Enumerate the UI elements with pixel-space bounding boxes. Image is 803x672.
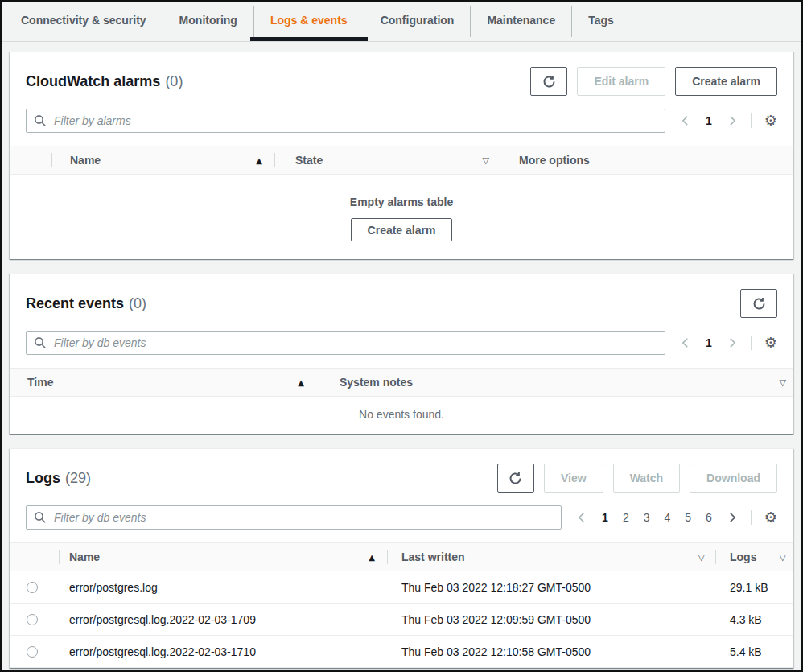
events-pagination: 1 ⚙ xyxy=(680,336,777,350)
refresh-icon xyxy=(752,297,766,311)
sort-ascending-icon[interactable]: ▲ xyxy=(298,378,304,387)
alarms-state-column-header[interactable]: State ▽ xyxy=(275,146,500,174)
row-radio-button[interactable] xyxy=(27,582,38,593)
alarms-actions: Edit alarm Create alarm xyxy=(530,67,777,96)
tab-connectivity-security[interactable]: Connectivity & security xyxy=(5,2,163,39)
log-row: error/postgres.log Thu Feb 03 2022 12:18… xyxy=(10,571,793,604)
filter-dropdown-icon[interactable]: ▽ xyxy=(698,552,705,563)
edit-alarm-button[interactable]: Edit alarm xyxy=(577,67,665,96)
page-number-4[interactable]: 4 xyxy=(664,511,670,524)
events-filter-input[interactable] xyxy=(26,331,665,355)
logs-section: Logs(29) View Watch Download xyxy=(10,448,793,668)
row-radio-button[interactable] xyxy=(27,614,38,625)
tab-label: Configuration xyxy=(381,14,455,27)
alarms-filter-input[interactable] xyxy=(26,109,665,133)
alarms-settings: ⚙ xyxy=(751,113,777,128)
alarms-empty-state: Empty alarms table Create alarm xyxy=(10,175,793,259)
events-actions xyxy=(740,289,777,318)
logs-header: Logs(29) View Watch Download xyxy=(10,449,793,501)
filter-dropdown-icon[interactable]: ▽ xyxy=(780,552,786,563)
tab-maintenance[interactable]: Maintenance xyxy=(471,2,571,39)
alarms-table-header: Name ▲ State ▽ More options xyxy=(10,146,793,175)
tab-label: Maintenance xyxy=(487,14,555,27)
alarms-filter xyxy=(26,109,665,133)
main-content: CloudWatch alarms(0) Edit alarm Create a… xyxy=(2,42,801,668)
events-title: Recent events xyxy=(26,295,124,311)
logs-select-column-header xyxy=(10,543,60,571)
next-page-icon[interactable] xyxy=(727,512,738,523)
refresh-icon xyxy=(542,75,556,89)
tab-monitoring[interactable]: Monitoring xyxy=(163,2,253,39)
column-label: Time xyxy=(27,376,53,389)
page-number-1[interactable]: 1 xyxy=(602,511,608,524)
rds-details-panel: Connectivity & security Monitoring Logs … xyxy=(0,0,803,672)
filter-dropdown-icon[interactable]: ▽ xyxy=(780,377,786,388)
log-size-cell: 29.1 kB xyxy=(716,581,793,594)
page-number-2[interactable]: 2 xyxy=(623,511,629,524)
alarms-refresh-button[interactable] xyxy=(530,67,567,96)
row-radio-button[interactable] xyxy=(27,646,38,658)
logs-filter-input[interactable] xyxy=(26,505,562,530)
alarms-empty-title: Empty alarms table xyxy=(10,196,793,208)
events-refresh-button[interactable] xyxy=(740,289,777,318)
alarms-count: (0) xyxy=(165,73,183,89)
download-log-button[interactable]: Download xyxy=(690,464,777,493)
log-name-cell: error/postgres.log xyxy=(60,581,388,594)
previous-page-icon[interactable] xyxy=(680,337,691,348)
tab-tags[interactable]: Tags xyxy=(572,2,630,39)
column-label: Name xyxy=(69,550,100,563)
log-last-written-cell: Thu Feb 03 2022 12:09:59 GMT-0500 xyxy=(388,613,716,626)
logs-count: (29) xyxy=(65,470,91,486)
next-page-icon[interactable] xyxy=(727,115,738,126)
gear-icon[interactable]: ⚙ xyxy=(764,510,777,525)
tab-logs-events[interactable]: Logs & events xyxy=(254,2,364,39)
logs-pagination: 1 2 3 4 5 6 ⚙ xyxy=(576,510,777,525)
tab-label: Monitoring xyxy=(179,14,237,27)
page-number[interactable]: 1 xyxy=(706,114,712,127)
alarms-name-column-header[interactable]: Name ▲ xyxy=(52,146,275,174)
log-row: error/postgresql.log.2022-02-03-1710 Thu… xyxy=(10,636,793,668)
filter-dropdown-icon[interactable]: ▽ xyxy=(483,155,489,166)
log-row-select-cell xyxy=(10,646,60,658)
page-number-3[interactable]: 3 xyxy=(644,511,650,524)
view-log-button[interactable]: View xyxy=(544,464,603,493)
log-row-select-cell xyxy=(10,582,60,593)
sort-ascending-icon[interactable]: ▲ xyxy=(256,156,262,165)
gear-icon[interactable]: ⚙ xyxy=(764,113,777,128)
alarms-select-column-header xyxy=(10,146,52,174)
page-number-6[interactable]: 6 xyxy=(706,511,712,524)
create-alarm-button[interactable]: Create alarm xyxy=(675,67,777,96)
next-page-icon[interactable] xyxy=(727,337,738,348)
tab-configuration[interactable]: Configuration xyxy=(364,2,471,39)
logs-name-column-header[interactable]: Name ▲ xyxy=(60,543,388,571)
column-label: System notes xyxy=(340,376,413,389)
alarms-header: CloudWatch alarms(0) Edit alarm Create a… xyxy=(10,52,793,104)
recent-events-section: Recent events(0) xyxy=(10,274,793,434)
logs-refresh-button[interactable] xyxy=(497,464,534,493)
page-number-5[interactable]: 5 xyxy=(685,511,691,524)
log-row-select-cell xyxy=(10,614,60,625)
column-label: Logs xyxy=(730,550,756,563)
sort-ascending-icon[interactable]: ▲ xyxy=(369,553,375,562)
empty-create-alarm-button[interactable]: Create alarm xyxy=(351,218,453,241)
events-empty-state: No events found. xyxy=(10,397,793,434)
alarms-toolbar: 1 ⚙ xyxy=(10,104,793,146)
column-label: Name xyxy=(70,154,101,167)
logs-settings: ⚙ xyxy=(751,510,777,525)
events-system-notes-column-header[interactable]: System notes ▽ xyxy=(315,369,793,396)
alarms-title-group: CloudWatch alarms(0) xyxy=(26,73,183,90)
gear-icon[interactable]: ⚙ xyxy=(764,336,777,350)
events-time-column-header[interactable]: Time ▲ xyxy=(10,369,315,396)
logs-toolbar: 1 2 3 4 5 6 ⚙ xyxy=(10,501,793,542)
watch-log-button[interactable]: Watch xyxy=(613,464,680,493)
log-row: error/postgresql.log.2022-02-03-1709 Thu… xyxy=(10,604,793,636)
previous-page-icon[interactable] xyxy=(680,115,691,126)
previous-page-icon[interactable] xyxy=(576,512,587,523)
tab-label: Logs & events xyxy=(270,14,348,27)
log-name-cell: error/postgresql.log.2022-02-03-1710 xyxy=(60,645,388,658)
column-label: State xyxy=(295,154,323,167)
page-number[interactable]: 1 xyxy=(706,336,712,349)
logs-size-column-header[interactable]: Logs ▽ xyxy=(716,543,793,571)
logs-title: Logs xyxy=(26,470,60,486)
logs-last-written-column-header[interactable]: Last written ▽ xyxy=(388,543,716,571)
